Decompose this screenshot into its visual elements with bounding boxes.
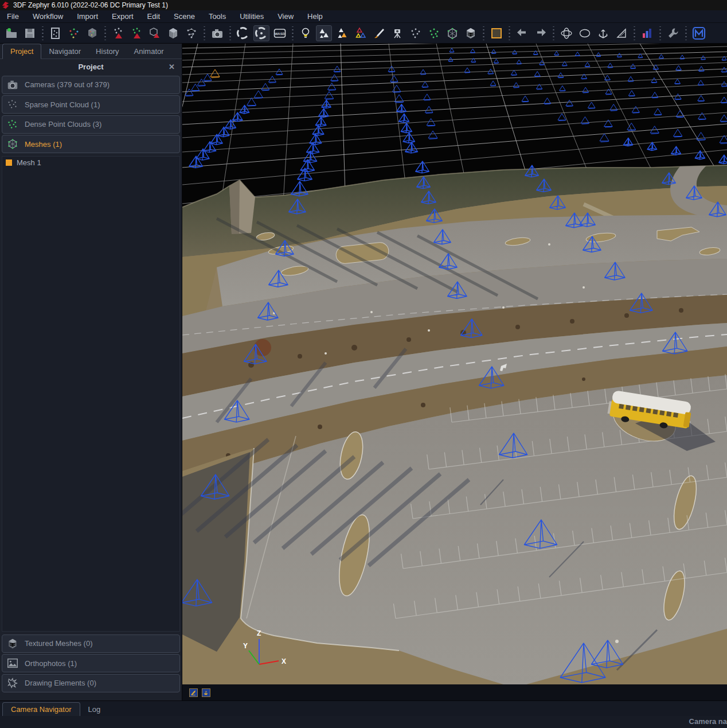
sidebar-button-drawing[interactable]: Drawing Elements (0) — [2, 674, 180, 692]
sidebar-button-label: Orthophotos (1) — [25, 659, 77, 668]
toolbar-separator — [632, 26, 636, 40]
sidebar-button-orthophotos[interactable]: Orthophotos (1) — [2, 654, 180, 672]
stereo-processing-button[interactable] — [183, 25, 200, 41]
show-dense-cloud-icon — [427, 26, 441, 40]
bottom-tab-camera-navigator[interactable]: Camera Navigator — [2, 702, 80, 716]
show-cameras-button[interactable] — [316, 25, 332, 41]
masquerade-button[interactable] — [691, 25, 707, 41]
orthophotos-icon — [6, 657, 19, 669]
show-selected-cameras-button[interactable] — [334, 25, 350, 41]
show-sparse-cloud-button[interactable] — [408, 25, 424, 41]
project-sidebar: ProjectNavigatorHistoryAnimator Project … — [0, 44, 182, 700]
pen-tool-toggle[interactable] — [189, 688, 198, 697]
sidebar-button-label: Cameras (379 out of 379) — [25, 80, 110, 89]
undo-button[interactable] — [514, 25, 530, 41]
screenshot-camera-icon — [210, 26, 224, 40]
lighting-button[interactable] — [298, 25, 314, 41]
toolbar-separator — [507, 26, 511, 40]
axis-label-z: Z — [257, 629, 261, 637]
move-tool-button[interactable] — [595, 25, 611, 41]
menu-item-import[interactable]: Import — [70, 11, 105, 22]
bottom-tab-log[interactable]: Log — [80, 703, 109, 716]
extract-mesh-icon — [148, 26, 162, 40]
extract-textured-mesh-icon — [166, 26, 180, 40]
redo-icon — [534, 26, 548, 40]
show-mesh-button[interactable] — [444, 25, 460, 41]
open-project-button[interactable] — [3, 25, 19, 41]
meshes-icon — [6, 138, 19, 150]
tab-navigator[interactable]: Navigator — [41, 44, 88, 59]
tab-history[interactable]: History — [88, 44, 126, 59]
camera-tripod-button[interactable] — [389, 25, 405, 41]
menu-item-file[interactable]: File — [0, 11, 26, 22]
project-wizard-button[interactable] — [48, 25, 64, 41]
sidebar-button-cameras[interactable]: Cameras (379 out of 379) — [2, 76, 180, 94]
orbit-gizmo-button[interactable] — [558, 25, 574, 41]
mesh-item-label: Mesh 1 — [17, 158, 41, 167]
paint-tool-button[interactable] — [371, 25, 387, 41]
menu-item-scene[interactable]: Scene — [167, 11, 202, 22]
menu-item-view[interactable]: View — [271, 11, 300, 22]
toolbar-separator — [552, 26, 556, 40]
redo-button[interactable] — [533, 25, 549, 41]
save-project-button[interactable] — [22, 25, 38, 41]
statistics-button[interactable] — [639, 25, 655, 41]
extract-dense-button[interactable] — [128, 25, 144, 41]
sidebar-button-textured[interactable]: Textured Meshes (0) — [2, 634, 180, 653]
app-logo-icon — [2, 1, 10, 9]
orbit-around-point-button[interactable] — [253, 25, 269, 41]
settings-wrench-icon — [666, 26, 680, 40]
masquerade-icon — [692, 26, 706, 40]
camera-visibility-button[interactable] — [353, 25, 369, 41]
extract-textured-mesh-button[interactable] — [165, 25, 181, 41]
sidebar-button-label: Dense Point Clouds (3) — [25, 120, 101, 129]
dense-cloud-icon — [6, 118, 19, 131]
menu-item-utilities[interactable]: Utilities — [233, 11, 271, 22]
wasd-navigation-button[interactable]: WASD — [272, 25, 288, 41]
main-toolbar: WASD — [0, 23, 727, 44]
undo-icon — [515, 26, 529, 40]
paint-tool-icon — [372, 26, 386, 40]
show-selected-cameras-icon — [335, 26, 349, 40]
3d-viewport[interactable]: ZXY — [182, 44, 727, 684]
orbit-around-point-icon — [255, 26, 268, 40]
window-title: 3DF Zephyr 6.010 (2022-02-06 DC Primary … — [13, 1, 168, 9]
dense-cloud-wizard-button[interactable] — [84, 25, 100, 41]
menu-item-workflow[interactable]: Workflow — [26, 11, 70, 22]
sidebar-button-sparse[interactable]: Sparse Point Cloud (1) — [2, 95, 180, 114]
sparse-cloud-icon — [6, 98, 19, 111]
extract-mesh-button[interactable] — [147, 25, 163, 41]
sparse-cloud-wizard-button[interactable] — [66, 25, 82, 41]
pan-view-toggle[interactable] — [202, 688, 210, 697]
menu-item-export[interactable]: Export — [105, 11, 140, 22]
dense-cloud-wizard-icon — [85, 26, 99, 40]
sidebar-button-dense[interactable]: Dense Point Clouds (3) — [2, 115, 180, 134]
menu-item-tools[interactable]: Tools — [202, 11, 233, 22]
menu-item-help[interactable]: Help — [300, 11, 330, 22]
measure-tool-button[interactable] — [613, 25, 630, 41]
tab-animator[interactable]: Animator — [127, 44, 171, 59]
lighting-icon — [299, 26, 312, 40]
sidebar-button-label: Drawing Elements (0) — [25, 679, 96, 687]
settings-wrench-button[interactable] — [665, 25, 681, 41]
show-textured-mesh-button[interactable] — [463, 25, 479, 41]
tab-project[interactable]: Project — [2, 44, 41, 59]
measure-tool-icon — [615, 26, 628, 40]
sidebar-button-label: Sparse Point Cloud (1) — [25, 100, 100, 109]
selection-tool-button[interactable] — [488, 25, 505, 41]
status-right-text: Camera na — [689, 717, 727, 726]
extract-sparse-button[interactable] — [110, 25, 126, 41]
screenshot-camera-button[interactable] — [209, 25, 225, 41]
circle-tool-button[interactable] — [577, 25, 593, 41]
orbit-mode-button[interactable] — [235, 25, 251, 41]
svg-text:WASD: WASD — [275, 32, 286, 36]
orbit-gizmo-icon — [560, 26, 573, 40]
sidebar-button-meshes[interactable]: Meshes (1) — [2, 135, 180, 153]
pen-tool-icon — [190, 690, 197, 696]
panel-header: Project ✕ — [0, 59, 182, 74]
list-item-mesh-1[interactable]: Mesh 1 — [2, 157, 179, 169]
show-dense-cloud-button[interactable] — [426, 25, 442, 41]
toolbar-separator — [684, 26, 688, 40]
close-panel-icon[interactable]: ✕ — [169, 63, 175, 71]
menu-item-edit[interactable]: Edit — [140, 11, 167, 22]
